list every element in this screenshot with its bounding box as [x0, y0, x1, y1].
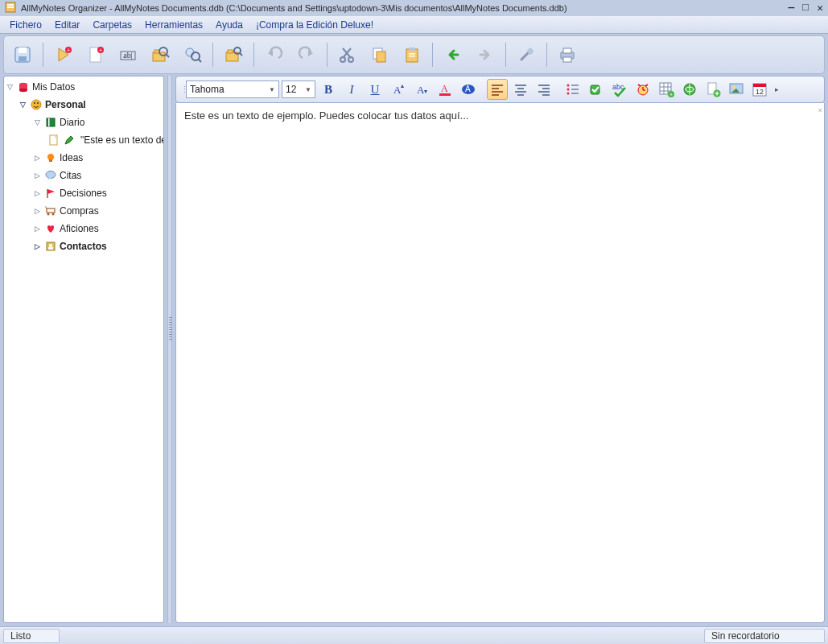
svg-rect-49: [48, 118, 50, 126]
status-reminder: Sin recordatorio: [704, 629, 825, 643]
tree-root[interactable]: ▽ Mis Datos: [4, 78, 163, 96]
alarm-button[interactable]: [632, 79, 653, 100]
spellcheck-button[interactable]: abc: [609, 79, 630, 100]
font-family-select[interactable]: Tahoma ▼: [186, 80, 279, 98]
new-note-button[interactable]: +: [50, 41, 77, 68]
font-color-button[interactable]: A: [435, 79, 455, 100]
toolbar-separator: [546, 43, 547, 67]
collapse-icon[interactable]: ▽: [33, 118, 42, 127]
minimize-button[interactable]: —: [789, 2, 795, 14]
menu-herramientas[interactable]: Herramientas: [140, 18, 208, 32]
tree-folder-personal[interactable]: ▽ Personal: [4, 96, 163, 114]
settings-button[interactable]: [513, 41, 540, 68]
cut-button[interactable]: [334, 41, 361, 68]
cart-icon: [44, 204, 57, 217]
svg-point-30: [340, 57, 345, 62]
expand-icon[interactable]: ▷: [33, 225, 42, 233]
menu-carpetas[interactable]: Carpetas: [88, 18, 137, 32]
svg-point-55: [46, 171, 56, 179]
font-shrink-button[interactable]: A▾: [411, 79, 432, 100]
insert-date-button[interactable]: 12: [749, 79, 770, 100]
svg-point-44: [19, 89, 27, 92]
underline-button[interactable]: U: [365, 79, 385, 100]
tree-folder-contactos[interactable]: ▷ Contactos: [4, 237, 163, 255]
tree-folder-diario[interactable]: ▽ Diario: [4, 114, 163, 131]
align-left-button[interactable]: [487, 79, 508, 100]
menu-fichero[interactable]: Fichero: [5, 18, 47, 32]
copy-button[interactable]: [366, 41, 393, 68]
svg-point-86: [567, 85, 570, 87]
expand-icon[interactable]: ▷: [33, 189, 42, 198]
menu-ayuda[interactable]: Ayuda: [211, 18, 248, 32]
font-size-select[interactable]: 12 ▼: [282, 80, 315, 98]
tree-folder-aficiones[interactable]: ▷ Aficiones: [4, 220, 163, 237]
align-center-button[interactable]: [510, 79, 531, 100]
toolbar-grip: ⋮: [180, 85, 183, 95]
scroll-indicator: ×: [818, 106, 822, 114]
svg-point-64: [49, 244, 52, 247]
bulb-icon: [44, 151, 57, 164]
contacts-icon: [44, 240, 57, 253]
toolbar-overflow-button[interactable]: ▸: [772, 79, 781, 100]
print-button[interactable]: [554, 41, 581, 68]
bold-button[interactable]: B: [318, 79, 339, 100]
tree-folder-compras[interactable]: ▷ Compras: [4, 202, 163, 220]
insert-link-button[interactable]: [679, 79, 700, 100]
expand-icon[interactable]: ▷: [33, 171, 42, 180]
back-button[interactable]: [439, 41, 467, 68]
global-search-button[interactable]: [179, 41, 206, 68]
close-button[interactable]: ✕: [817, 2, 823, 14]
svg-rect-23: [228, 50, 233, 53]
note-icon: [47, 134, 60, 147]
expand-icon[interactable]: ▷: [33, 242, 42, 251]
vertical-splitter[interactable]: [167, 76, 172, 623]
undo-button[interactable]: [261, 41, 288, 68]
tree-label: Decisiones: [60, 188, 107, 199]
tree-label: Aficiones: [60, 223, 99, 234]
save-button[interactable]: [9, 41, 36, 68]
paste-button[interactable]: [398, 41, 426, 68]
tree-folder-ideas[interactable]: ▷ Ideas: [4, 149, 163, 167]
maximize-button[interactable]: □: [802, 2, 809, 14]
toolbar-separator: [432, 43, 433, 67]
attach-file-button[interactable]: +: [702, 79, 723, 100]
insert-image-button[interactable]: [726, 79, 747, 100]
redo-button[interactable]: [293, 41, 320, 68]
font-grow-button[interactable]: A▴: [388, 79, 409, 100]
menu-editar[interactable]: Editar: [50, 18, 84, 32]
toolbar-separator: [327, 43, 327, 67]
forward-button[interactable]: [472, 41, 499, 68]
tree-label: Diario: [60, 117, 84, 128]
tree-note-selected[interactable]: "Este es un texto de: [4, 131, 163, 149]
chevron-down-icon: ▼: [269, 86, 275, 93]
rename-button[interactable]: ab|: [114, 41, 142, 68]
tree-folder-decisiones[interactable]: ▷ Decisiones: [4, 184, 163, 202]
tree-folder-citas[interactable]: ▷ Citas: [4, 167, 163, 184]
svg-rect-4: [19, 47, 27, 53]
new-document-button[interactable]: +: [82, 41, 109, 68]
font-family-value: Tahoma: [190, 84, 225, 95]
svg-rect-1: [7, 4, 14, 6]
highlight-button[interactable]: A: [458, 79, 479, 100]
app-icon: [5, 2, 16, 14]
collapse-icon[interactable]: ▽: [19, 101, 27, 109]
insert-table-button[interactable]: +: [656, 79, 677, 100]
svg-rect-40: [563, 48, 571, 53]
checkbox-button[interactable]: [586, 79, 607, 100]
collapse-icon[interactable]: ▽: [6, 83, 14, 92]
expand-icon[interactable]: ▷: [33, 154, 42, 163]
bullet-list-button[interactable]: [562, 79, 583, 100]
tree-label: "Este es un texto de: [78, 134, 163, 146]
menu-deluxe[interactable]: ¡Compra la Edición Deluxe!: [251, 18, 378, 32]
editor-textarea[interactable]: Este es un texto de ejemplo. Puedes colo…: [175, 103, 825, 623]
toolbar-separator: [505, 43, 506, 67]
search-folder-button[interactable]: [220, 41, 247, 68]
svg-rect-15: [153, 52, 165, 61]
tree-panel[interactable]: ▽ Mis Datos ▽ Personal ▽ Diario "Este es…: [3, 76, 164, 623]
italic-button[interactable]: I: [341, 79, 362, 100]
find-in-tree-button[interactable]: [146, 41, 174, 68]
expand-icon[interactable]: ▷: [33, 207, 42, 216]
svg-rect-35: [409, 47, 415, 51]
align-right-button[interactable]: [533, 79, 554, 100]
svg-rect-65: [48, 247, 53, 250]
